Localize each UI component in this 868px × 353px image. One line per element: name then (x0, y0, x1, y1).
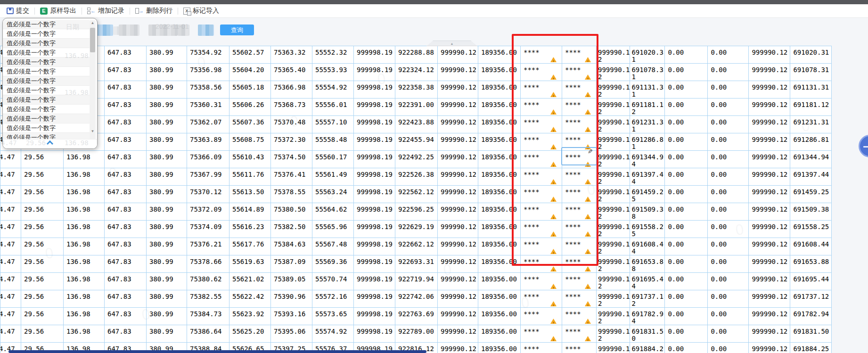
table-cell[interactable]: 55607.36 (229, 116, 271, 133)
table-cell[interactable]: 136.98 (64, 238, 105, 255)
table-cell[interactable]: 999990.12 (438, 203, 478, 221)
masked-cell[interactable]: ****! (562, 203, 597, 221)
table-cell[interactable]: 0.00 (665, 186, 708, 203)
table-cell[interactable]: 75382.55 (187, 290, 229, 308)
table-cell[interactable]: 999990.12 (749, 221, 790, 238)
masked-cell[interactable]: ****! (521, 81, 562, 99)
table-cell[interactable]: 189356.00 (478, 273, 521, 290)
table-cell[interactable]: 4.47 (0, 168, 21, 186)
table-cell[interactable]: 691181.12 (630, 99, 665, 116)
table-cell[interactable]: 647.83 (105, 186, 147, 203)
masked-cell[interactable]: ****! (562, 273, 597, 290)
table-cell[interactable]: 922789.00 (395, 325, 438, 343)
table-cell[interactable]: 999990.12 (749, 325, 790, 343)
table-cell[interactable]: 0.00 (665, 325, 708, 343)
table-cell[interactable]: 999990.12 (438, 46, 478, 64)
table-cell[interactable]: 189356.00 (478, 255, 521, 273)
error-item[interactable]: 值必须是一个数字 (3, 48, 90, 57)
table-cell[interactable]: 999998.19 (354, 203, 395, 221)
table-cell[interactable]: 75363.89 (187, 133, 229, 151)
table-cell[interactable]: 29.56 (21, 151, 64, 168)
table-cell[interactable]: 0.00 (665, 168, 708, 186)
scroll-down-icon[interactable]: ▼ (90, 129, 96, 133)
table-cell[interactable]: 55552.32 (312, 46, 354, 64)
table-cell[interactable]: 0.00 (665, 151, 708, 168)
table-cell[interactable]: 0.00 (708, 46, 749, 64)
table-cell[interactable]: 55569.36 (312, 255, 354, 273)
table-cell[interactable]: 922719.94 (395, 273, 438, 290)
table-cell[interactable]: 999998.19 (354, 46, 395, 64)
table-cell[interactable]: 189356.00 (478, 81, 521, 99)
table-cell[interactable]: 999990.12 (749, 186, 790, 203)
table-cell[interactable]: 75366.09 (187, 151, 229, 168)
table-cell[interactable]: 999998.19 (354, 325, 395, 343)
table-cell[interactable]: 75382.50 (271, 221, 312, 238)
table-cell[interactable]: 55617.76 (229, 238, 271, 255)
table-cell[interactable]: 55616.23 (229, 221, 271, 238)
table-cell[interactable]: 647.83 (105, 255, 147, 273)
table-cell[interactable]: 999990.12 (438, 255, 478, 273)
table-cell[interactable]: 999990.12 (438, 64, 478, 81)
table-cell[interactable]: 999990.12 (749, 116, 790, 133)
table-cell[interactable]: 380.99 (147, 81, 187, 99)
table-cell[interactable]: 55608.75 (229, 133, 271, 151)
table-cell[interactable]: 55611.76 (229, 168, 271, 186)
table-cell[interactable]: 75374.09 (187, 221, 229, 238)
table-cell[interactable]: 647.83 (105, 99, 147, 116)
table-cell[interactable]: 0.00 (665, 273, 708, 290)
masked-cell[interactable]: ****! (562, 325, 597, 343)
table-cell[interactable]: 999990.12 (438, 99, 478, 116)
table-cell[interactable]: 691509.38 (790, 203, 832, 221)
table-cell[interactable]: 647.83 (105, 64, 147, 81)
table-cell[interactable]: 380.99 (147, 116, 187, 133)
table-cell[interactable]: 55604.20 (229, 64, 271, 81)
table-cell[interactable]: 4.47 (0, 255, 21, 273)
table-cell[interactable]: 999990.12 (597, 186, 630, 203)
table-cell[interactable]: 691131.31 (790, 81, 832, 99)
table-cell[interactable]: 999990.12 (438, 186, 478, 203)
table-cell[interactable]: 922492.25 (395, 151, 438, 168)
table-cell[interactable]: 4.47 (0, 151, 21, 168)
table-cell[interactable]: 999990.12 (749, 46, 790, 64)
masked-cell[interactable]: ****! (521, 203, 562, 221)
error-item[interactable]: 值必须是一个数字 (3, 76, 90, 86)
table-cell[interactable]: 691558.25 (630, 221, 665, 238)
table-cell[interactable]: 75376.41 (271, 168, 312, 186)
table-cell[interactable]: 647.83 (105, 116, 147, 133)
table-cell[interactable]: 55561.49 (312, 168, 354, 186)
table-cell[interactable]: 691397.44 (630, 168, 665, 186)
table-cell[interactable]: 999990.12 (597, 255, 630, 273)
table-cell[interactable]: 189356.00 (478, 308, 521, 325)
error-item[interactable]: 值必须是一个数字 (3, 29, 90, 39)
table-cell[interactable]: 691737.12 (630, 290, 665, 308)
table-cell[interactable]: 999990.12 (438, 116, 478, 133)
table-cell[interactable]: 136.98 (64, 273, 105, 290)
table-cell[interactable]: 189356.00 (478, 46, 521, 64)
table-cell[interactable]: 55557.10 (312, 116, 354, 133)
table-cell[interactable]: 189356.00 (478, 116, 521, 133)
masked-cell[interactable]: ****! (562, 81, 597, 99)
table-cell[interactable]: 380.99 (147, 255, 187, 273)
table-cell[interactable]: 0.00 (708, 255, 749, 273)
table-cell[interactable]: 380.99 (147, 238, 187, 255)
table-cell[interactable]: 999990.12 (597, 151, 630, 168)
table-cell[interactable]: 75384.73 (187, 308, 229, 325)
table-cell[interactable]: 999990.12 (597, 238, 630, 255)
table-cell[interactable]: 75395.06 (271, 325, 312, 343)
table-cell[interactable]: 0.00 (665, 81, 708, 99)
masked-cell[interactable]: ****! (521, 221, 562, 238)
table-cell[interactable]: 136.98 (64, 290, 105, 308)
table-cell[interactable]: 691831.50 (630, 325, 665, 343)
table-cell[interactable]: 136.98 (64, 186, 105, 203)
table-cell[interactable]: 999990.12 (597, 64, 630, 81)
table-cell[interactable]: 647.83 (105, 133, 147, 151)
table-cell[interactable]: 75384.63 (271, 238, 312, 255)
masked-cell[interactable]: ****! (562, 221, 597, 238)
table-cell[interactable]: 0.00 (665, 290, 708, 308)
masked-cell[interactable]: ****! (521, 116, 562, 133)
table-cell[interactable]: 922324.12 (395, 64, 438, 81)
table-cell[interactable]: 691181.12 (790, 99, 832, 116)
table-cell[interactable]: 999990.12 (749, 290, 790, 308)
table-cell[interactable]: 75365.40 (271, 64, 312, 81)
table-cell[interactable]: 922526.38 (395, 168, 438, 186)
